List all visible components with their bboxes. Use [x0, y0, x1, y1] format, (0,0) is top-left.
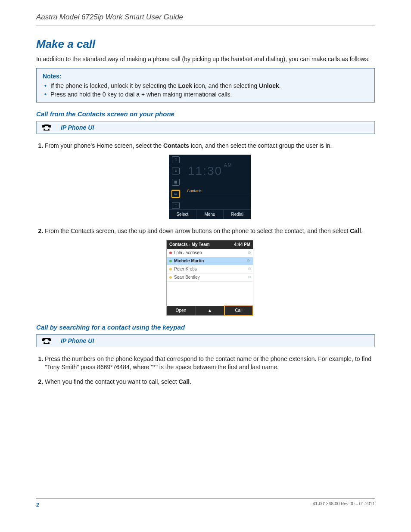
svg-point-0	[46, 128, 47, 130]
step: When you find the contact you want to ca…	[45, 378, 375, 386]
softkey-bar: Select Menu Redial	[169, 209, 251, 219]
page-title: Make a call	[36, 37, 375, 51]
page: Aastra Model 6725ip Work Smart User Guid…	[0, 0, 411, 532]
contact-row: Lola Jacobsen⎚	[167, 249, 253, 257]
phone-home-screenshot: ⎕ ⌕ ▦ ▭ ☰ 11:30AM Contacts Select Menu	[169, 155, 251, 219]
ip-phone-ui-bar: IP Phone UI	[36, 121, 375, 134]
selected-icon-label: Contacts	[187, 188, 202, 194]
softkey-menu: Menu	[196, 210, 224, 219]
phone-contacts-screenshot: Contacts - My Team 4:44 PM Lola Jacobsen…	[166, 240, 253, 316]
side-icon: ⌕	[172, 168, 180, 174]
phone-icon	[41, 124, 52, 131]
softkey-call: Call	[224, 306, 253, 315]
contacts-side-icon: ▭	[171, 190, 180, 198]
step: From your phone's Home screen, select th…	[45, 142, 375, 219]
softkey-bar: Open ▲ Call	[167, 306, 253, 315]
softkey-open: Open	[167, 306, 196, 315]
intro-paragraph: In addition to the standard way of makin…	[36, 55, 375, 64]
ip-phone-ui-label: IP Phone UI	[61, 124, 94, 131]
contact-row: Peter Krebs⎚	[167, 265, 253, 274]
softkey-redial: Redial	[224, 210, 251, 219]
phone-icon	[41, 337, 52, 345]
contact-row: Sean Bentley⎚	[167, 274, 253, 282]
note-item: Press and hold the 0 key to dial a + whe…	[50, 90, 368, 99]
subheading-keypad: Call by searching for a contact using th…	[36, 324, 375, 331]
softkey-select: Select	[169, 210, 196, 219]
svg-point-1	[46, 341, 47, 343]
side-icon: ☰	[172, 202, 180, 209]
clock: 11:30AM	[188, 162, 232, 179]
running-header: Aastra Model 6725ip Work Smart User Guid…	[36, 13, 375, 25]
step: From the Contacts screen, use the up and…	[45, 227, 375, 316]
ip-phone-ui-label: IP Phone UI	[61, 337, 94, 344]
subheading-contacts: Call from the Contacts screen on your ph…	[36, 110, 375, 118]
side-icon: ⎕	[172, 156, 180, 163]
notes-heading: Notes:	[43, 72, 368, 81]
side-icon: ▦	[172, 179, 180, 186]
softkey-up: ▲	[196, 306, 224, 315]
note-item: If the phone is locked, unlock it by sel…	[50, 81, 368, 90]
page-footer: 2 41-001368-00 Rev 00 – 01.2011	[36, 498, 375, 508]
ip-phone-ui-bar: IP Phone UI	[36, 334, 375, 347]
step: Press the numbers on the phone keypad th…	[45, 355, 375, 372]
contact-row: Michele Martin⊘	[167, 257, 253, 265]
revision-string: 41-001368-00 Rev 00 – 01.2011	[313, 501, 375, 508]
steps-list-b: Press the numbers on the phone keypad th…	[36, 355, 375, 386]
page-number: 2	[36, 501, 39, 508]
steps-list-a: From your phone's Home screen, select th…	[36, 142, 375, 315]
contacts-titlebar: Contacts - My Team 4:44 PM	[167, 240, 253, 249]
notes-box: Notes: If the phone is locked, unlock it…	[36, 68, 375, 103]
